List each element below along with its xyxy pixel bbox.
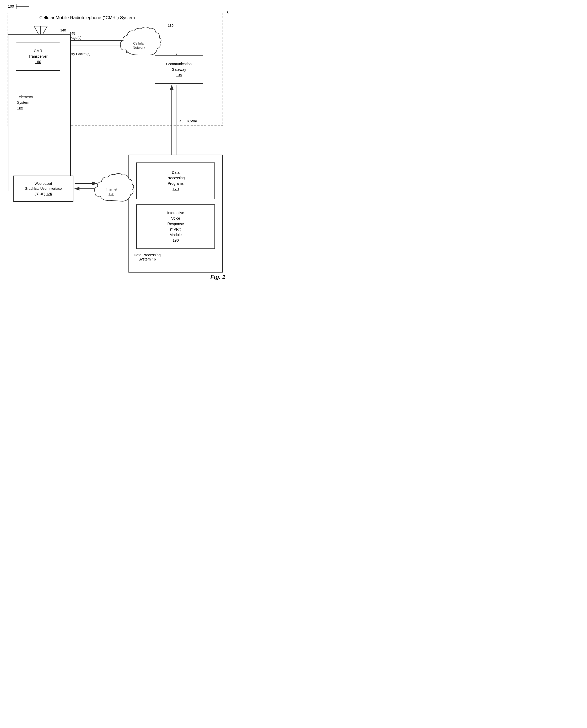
svg-text:Internet: Internet xyxy=(105,187,117,191)
diagram-container: 100 8 Cellular Mobile Radiotelephone ("C… xyxy=(0,0,236,288)
label-100: 100 xyxy=(8,3,31,10)
dpp-box: Data Processing Programs 170 xyxy=(136,163,215,199)
label-tcpip: TCP/IP xyxy=(186,119,197,123)
label-130: 130 xyxy=(168,24,173,27)
ivr-box: Interactive Voice Response ("IVR") Modul… xyxy=(136,204,215,249)
label-48: 48 xyxy=(180,119,183,123)
fig-label: Fig. 1 xyxy=(211,273,226,281)
cmr-system-title: Cellular Mobile Radiotelephone ("CMR") S… xyxy=(39,15,135,20)
divider-line xyxy=(8,88,71,91)
label-140: 140 xyxy=(60,28,66,32)
svg-text:Network: Network xyxy=(133,46,145,50)
label-pages: Page(s) xyxy=(69,35,81,40)
cmr-transceiver-box: CMR Transceiver 160 xyxy=(16,42,60,71)
gui-box: Web-based Graphical User Interface ("GUI… xyxy=(13,176,73,202)
label-8: 8 xyxy=(227,10,229,15)
svg-text:120: 120 xyxy=(109,192,114,196)
dps-label: Data Processing System 46 xyxy=(134,253,161,261)
internet-cloud: Internet 120 xyxy=(89,170,134,204)
telemetry-system-label: Telemetry System 165 xyxy=(17,94,33,111)
comm-gateway-box: Communication Gateway 135 xyxy=(155,55,203,84)
cellular-network-cloud: Cellular Network xyxy=(115,24,163,58)
svg-text:Cellular: Cellular xyxy=(133,42,145,45)
